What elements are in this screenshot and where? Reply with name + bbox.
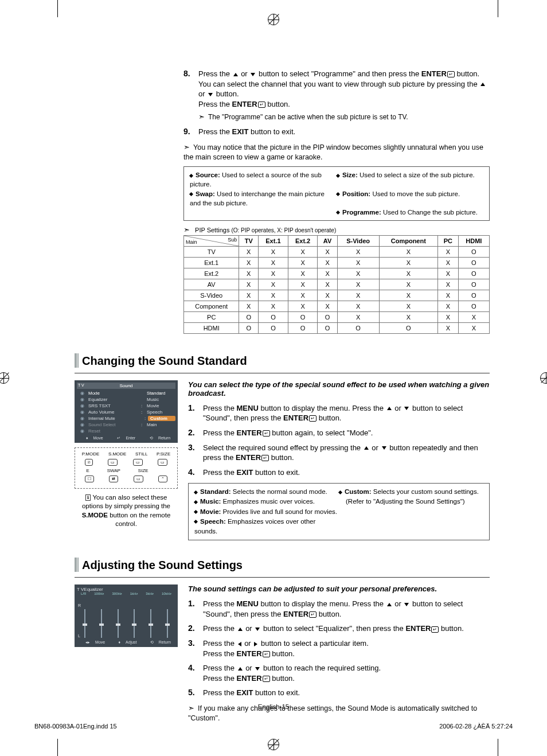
move-hint: ◂▸ Move [81, 640, 105, 645]
enter-icon: ↵ [258, 102, 265, 108]
diamond-icon [336, 174, 340, 178]
section2-intro: The sound settings can be adjusted to su… [188, 584, 490, 593]
remote-btn: ⎚ [85, 459, 93, 466]
up-icon [480, 83, 485, 86]
info-icon: ℹ [85, 494, 91, 501]
enter-hint: ↵ Enter [113, 436, 135, 441]
adjust-hint: ♦ Adjust [115, 640, 137, 645]
diamond-icon [194, 510, 198, 514]
down-icon [251, 73, 255, 76]
diamond-icon [194, 490, 198, 494]
remote-btn: ⇄ [109, 476, 118, 482]
down-icon [208, 93, 213, 96]
diamond-icon [336, 211, 340, 215]
up-icon [233, 73, 238, 76]
pip-functions-box: Source: Used to select a source of the s… [183, 166, 490, 220]
note-arrow-icon [183, 225, 190, 234]
diamond-icon [194, 520, 198, 524]
move-hint: ♦ Move [82, 436, 103, 441]
step-9: 9. Press the EXIT button to exit. [183, 127, 490, 137]
section-adjusting-sound-settings: Adjusting the Sound Settings [75, 558, 490, 572]
osd-equalizer: T VEqualizer L/R100Hz300Hz1kHz3kHz10kHz … [75, 584, 178, 647]
section1-intro: You can select the type of the special s… [188, 380, 490, 398]
remote-btn: ▭ [134, 476, 143, 482]
note-arrow-icon [183, 142, 190, 153]
diamond-icon [189, 174, 193, 178]
remote-btn: ☐ [85, 476, 94, 482]
pip-note: You may notice that the picture in the P… [183, 142, 490, 162]
section-changing-sound-standard: Changing the Sound Standard [75, 353, 490, 368]
footer-right: 2006-02-28 ¿ÀÈÄ 5:27:24 [439, 723, 513, 730]
pip-settings-table: MainSubTVExt.1Ext.2AVS-VideoComponentPCH… [183, 235, 490, 334]
return-hint: ⟲ Return [146, 640, 171, 645]
step-num: 9. [183, 127, 198, 137]
note-arrow-icon [198, 111, 205, 122]
step-8: 8. Press the or button to select "Progra… [183, 69, 490, 122]
remote-btn: ▭ [108, 459, 118, 466]
page-number: English-15 [0, 703, 547, 710]
enter-icon: ↵ [447, 71, 455, 77]
step-num: 8. [183, 69, 198, 122]
return-hint: ⟲ Return [146, 436, 170, 441]
footer-left: BN68-00983A-01Eng.indd 15 [34, 723, 117, 730]
diamond-icon [338, 490, 342, 494]
remote-btn: ▭ [158, 459, 167, 466]
remote-control-detail: P.MODE S.MODE STILL P.SIZE ⎚ ▭ ▭ ▭ E SWA… [75, 447, 178, 489]
smode-caption: ℹYou can also select these options by si… [75, 493, 178, 529]
osd-sound-menu: T VSound ◉ModeStandard◉EqualizerMusic◉SR… [75, 380, 178, 443]
diamond-icon [336, 192, 340, 196]
remote-btn: ▭ [133, 459, 143, 466]
remote-btn: ⌃ [158, 476, 167, 482]
diamond-icon [189, 192, 193, 196]
diamond-icon [194, 500, 198, 504]
sound-mode-definitions: Standard: Selects the normal sound mode.… [188, 483, 490, 540]
